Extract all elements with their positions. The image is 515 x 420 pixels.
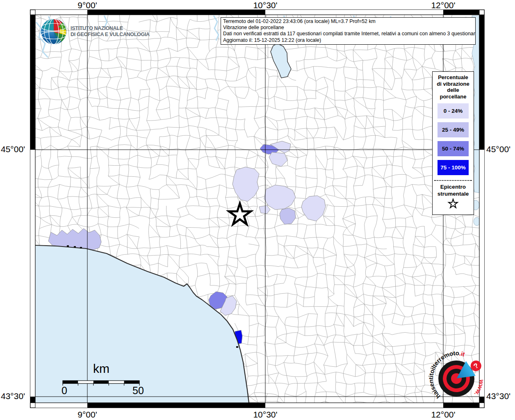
event-info-box: Terremoto del 01-02-2022 23:43:06 (ora l…: [221, 17, 476, 45]
axis-label-bottom: 10°30': [237, 410, 294, 420]
event-data-note: Dati non verificati estratti da 117 ques…: [223, 31, 473, 37]
port-mark: [80, 247, 82, 249]
ingv-logo: ISTITUTO NAZIONALE DI GEOFISICA E VULCAN…: [40, 17, 171, 48]
ingv-name-line2: DI GEOFISICA E VULCANOLOGIA: [71, 32, 150, 38]
frame-corner: [30, 403, 35, 408]
axis-label-bottom: 9°00': [59, 410, 116, 420]
legend-swatch-75-100: 75 - 100%: [438, 160, 469, 175]
legend-divider: [434, 180, 472, 181]
ingv-name-line1: ISTITUTO NAZIONALE: [71, 25, 150, 32]
legend-swatch-0-24: 0 - 24%: [438, 103, 469, 119]
scalebar-unit: km: [81, 362, 122, 376]
port-mark: [67, 245, 69, 247]
axis-label-left: 45°00': [1, 144, 30, 154]
legend-title-line: delle: [433, 87, 474, 94]
legend-title-line: Percentuale: [433, 74, 474, 81]
port-mark: [236, 346, 238, 348]
axis-label-top: 10°30': [237, 0, 294, 10]
axis-label-top: 9°00': [59, 0, 116, 10]
haisentitoilterremoto-logo: ? haisentitoilterremoto.it www.: [422, 344, 491, 413]
port-mark: [74, 246, 76, 248]
event-updated: Aggiornato il: 15-12-2025 12:22 (ora loc…: [223, 37, 473, 43]
scalebar-end-value: 50: [128, 385, 148, 397]
haisentitoilterremoto-logo-icon: ? haisentitoilterremoto.it www.: [422, 344, 491, 413]
legend-swatch-50-74: 50 - 74%: [438, 141, 469, 156]
scalebar-start-value: 0: [54, 385, 75, 397]
event-title: Terremoto del 01-02-2022 23:43:06 (ora l…: [223, 18, 473, 25]
legend-box: Percentuale di vibrazione delle porcella…: [432, 71, 474, 215]
frame-corner: [30, 10, 35, 15]
axis-label-left: 43°30': [1, 391, 30, 401]
legend-epicenter-label-line1: Epicentro: [433, 183, 474, 190]
frame-corner: [479, 10, 484, 15]
event-map-type: Vibrazione delle porcellane: [223, 25, 473, 31]
earthquake-intensity-map-page: 9°00'10°30'12°00'9°00'10°30'12°00'45°00'…: [0, 0, 515, 420]
ingv-name: ISTITUTO NAZIONALE DI GEOFISICA E VULCAN…: [71, 25, 150, 38]
legend-epicenter-star-icon: [447, 198, 459, 210]
legend-title-line: porcellane: [433, 94, 474, 100]
ingv-globe-icon: [40, 17, 67, 45]
legend-epicenter-label-line2: strumentale: [433, 190, 474, 197]
axis-label-right: 45°00': [486, 144, 515, 154]
legend-title-line: di vibrazione: [433, 81, 474, 87]
legend-swatch-25-49: 25 - 49%: [438, 122, 469, 137]
axis-label-top: 12°00': [415, 0, 472, 10]
